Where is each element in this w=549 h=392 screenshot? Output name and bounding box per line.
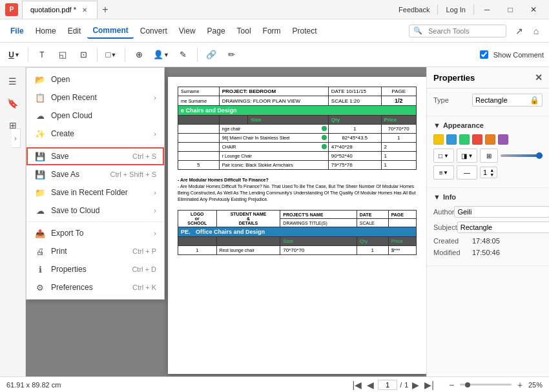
menu-print-item[interactable]: 🖨 Print Ctrl + P [26, 242, 164, 260]
tab-close-button[interactable]: ✕ [80, 5, 89, 14]
menu-protect[interactable]: Protect [287, 24, 322, 38]
last-page-button[interactable]: ▶| [423, 380, 435, 390]
color-swatch-red[interactable] [472, 134, 482, 145]
underline-tool-button[interactable]: U ▼ [5, 46, 23, 64]
menu-export-item[interactable]: 📤 Export To › [26, 224, 164, 242]
table-cell: r Lounge Chair [219, 152, 328, 161]
maximize-button[interactable]: □ [500, 2, 521, 17]
table-cell: 1 [328, 125, 381, 134]
textbox-tool-button[interactable]: ⊡ [74, 46, 92, 64]
border-dropdown-icon: ▼ [444, 153, 449, 159]
type-select[interactable]: Rectangle 🔒 [472, 94, 543, 107]
page-total: / [400, 381, 402, 389]
search-icon: 🔍 [413, 26, 422, 35]
thickness-spinner[interactable]: ▲ ▼ [490, 168, 494, 177]
first-page-button[interactable]: |◀ [351, 380, 364, 390]
open-label: Open [51, 75, 70, 84]
author-input[interactable] [454, 206, 549, 218]
properties-icon: ℹ [34, 263, 46, 275]
active-tab[interactable]: quotation.pdf * ✕ [22, 1, 98, 19]
forward-button[interactable]: ⌂ [528, 23, 544, 39]
zoom-out-button[interactable]: − [446, 379, 457, 391]
zoom-in-button[interactable]: + [514, 379, 526, 391]
sign-tool-button[interactable]: ✏ [223, 46, 241, 64]
next-page-button[interactable]: ▶ [411, 380, 420, 390]
thickness-up-icon[interactable]: ▲ [490, 168, 494, 172]
menu-view[interactable]: View [174, 24, 201, 38]
info-title[interactable]: ▼ Info [433, 193, 543, 201]
panel-header: Properties ✕ [427, 67, 549, 88]
thickness-down-icon[interactable]: ▼ [490, 172, 494, 177]
color-swatch-orange[interactable] [485, 134, 495, 145]
modified-field: Modified 17:50:46 [433, 249, 543, 256]
menu-form[interactable]: Form [258, 24, 286, 38]
menu-tool[interactable]: Tool [232, 24, 256, 38]
menu-open-cloud-item[interactable]: ☁ Open Cloud [26, 107, 164, 125]
color-swatch-blue[interactable] [446, 134, 457, 145]
collapse-icon: ▼ [433, 121, 440, 129]
dropdown-arrow-icon: ▼ [14, 52, 20, 58]
menu-home[interactable]: Home [30, 24, 61, 38]
app-icon: P [5, 3, 18, 16]
menu-file[interactable]: File [5, 24, 29, 38]
menu-comment[interactable]: Comment [87, 23, 133, 39]
shape-tool-button[interactable]: □ ▼ [102, 46, 120, 64]
stamp-tool-button[interactable]: ⊕ [130, 46, 148, 64]
table-cell: Price [381, 116, 416, 125]
collapse-panel-button[interactable]: › [12, 129, 21, 148]
menu-convert[interactable]: Convert [135, 24, 172, 38]
search-input[interactable] [424, 26, 502, 36]
menu-save-item[interactable]: 💾 Save Ctrl + S [26, 147, 164, 165]
subject-input[interactable] [457, 222, 549, 233]
pattern-button[interactable]: ⊞ [480, 149, 498, 163]
menu-page[interactable]: Page [202, 24, 231, 38]
menu-save-as-item[interactable]: 💾 Save As Ctrl + Shift + S [26, 165, 164, 183]
back-button[interactable]: ↗ [512, 23, 527, 39]
link-icon-button[interactable]: 🔗 [202, 46, 220, 64]
attachment-tool-button[interactable]: 👤 ▼ [150, 46, 172, 64]
color-swatch-green[interactable] [459, 134, 470, 145]
color-swatch-yellow[interactable] [433, 134, 444, 145]
pen-tool-button[interactable]: ✎ [174, 46, 192, 64]
panel-close-button[interactable]: ✕ [535, 72, 543, 83]
menu-open-item[interactable]: 📂 Open [26, 70, 164, 88]
prev-page-button[interactable]: ◀ [366, 380, 375, 390]
border-color-button[interactable]: □ ▼ [433, 149, 454, 163]
modified-label: Modified [433, 249, 472, 256]
menu-properties-item[interactable]: ℹ Properties Ctrl + D [26, 260, 164, 278]
callout-tool-button[interactable]: ◱ [54, 46, 72, 64]
opacity-slider[interactable] [501, 154, 543, 157]
info-label: Info [443, 193, 456, 201]
color-swatch-purple[interactable] [498, 134, 508, 145]
minimize-button[interactable]: ─ [477, 2, 497, 17]
dash-style-button[interactable]: — [457, 165, 477, 180]
dropdown-divider2 [26, 222, 164, 222]
appearance-title[interactable]: ▼ Appearance [433, 121, 543, 129]
page-number-input[interactable] [378, 380, 397, 390]
line-style-button[interactable]: ≡ ▼ [433, 165, 454, 180]
appearance-controls-row2: ≡ ▼ — 1 ▲ ▼ [433, 165, 543, 180]
new-tab-button[interactable]: + [98, 2, 113, 17]
feedback-button[interactable]: Feedback [393, 6, 435, 14]
menu-open-recent-item[interactable]: 📋 Open Recent › [26, 88, 164, 107]
menu-edit[interactable]: Edit [63, 24, 87, 38]
show-comment-checkbox[interactable] [480, 50, 488, 59]
close-button[interactable]: ✕ [523, 2, 544, 17]
menu-save-cloud-item[interactable]: ☁ Save to Cloud › [26, 201, 164, 220]
fill-color-button[interactable]: ◨ ▼ [457, 149, 477, 163]
slider-thumb[interactable] [536, 152, 543, 159]
create-arrow-icon: › [154, 130, 156, 138]
table-cell: 90*52*40 [328, 152, 381, 161]
text-tool-button[interactable]: T [33, 46, 51, 64]
hand-tool-button[interactable]: ☰ [4, 72, 22, 90]
bookmark-button[interactable]: 🔖 [4, 94, 22, 112]
table-cell: me Surname [178, 96, 220, 106]
subject-label: Subject [433, 223, 457, 231]
thickness-input[interactable]: 1 ▲ ▼ [480, 167, 497, 178]
login-button[interactable]: Log In [440, 6, 471, 14]
zoom-slider[interactable] [460, 384, 512, 386]
dropdown-divider1 [26, 145, 164, 145]
menu-save-recent-item[interactable]: 📁 Save in Recent Folder › [26, 183, 164, 201]
menu-create-item[interactable]: ✨ Create › [26, 125, 164, 143]
menu-preferences-item[interactable]: ⚙ Preferences Ctrl + K [26, 278, 164, 296]
